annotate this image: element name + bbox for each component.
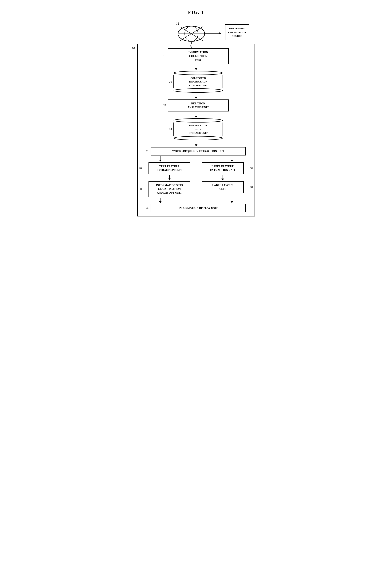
label-layout-box: LABEL LAYOUTUNIT xyxy=(202,181,244,193)
node-20-row: 20 COLLECTEDINFORMATIONSTORAGE UNIT xyxy=(169,71,223,93)
node-22-row: 22 RELATIONANALYSES UNIT xyxy=(163,99,229,112)
arrow-2 xyxy=(195,93,197,99)
relation-analyses-label: RELATIONANALYSES UNIT xyxy=(187,102,209,109)
label-24: 24 xyxy=(169,128,172,131)
multimedia-source-label: MULTIMEDIAINFORMATIONSOURCE xyxy=(228,27,246,37)
label-26: 26 xyxy=(146,149,149,153)
label-22: 22 xyxy=(163,104,166,107)
node-24-row: 24 INFORMATIONSETSSTORAGE UNIT xyxy=(169,118,223,140)
information-display-box: INFORMATION DISPLAY UNIT xyxy=(151,204,246,212)
node-36-row: 36 INFORMATION DISPLAY UNIT xyxy=(146,204,246,212)
arrow-4 xyxy=(195,141,197,146)
text-feature-box: TEXT FEATUREEXTRACTION UNIT xyxy=(149,162,190,174)
multimedia-connector xyxy=(204,31,221,36)
system-box: 10 18 INFORMATIONCOLLECTIONUNIT 20 xyxy=(137,44,255,216)
multimedia-source-box: MULTIMEDIAINFORMATIONSOURCE xyxy=(225,24,249,40)
svg-point-9 xyxy=(174,118,223,122)
info-sets-classification-label: INFORMATION SETSCLASSIFICATIONAND LAYOUT… xyxy=(156,184,183,194)
right-column: 32 LABEL FEATUREEXTRACTION UNIT 34 xyxy=(202,162,244,197)
flow-column: 18 INFORMATIONCOLLECTIONUNIT 20 xyxy=(143,48,249,212)
split-arrows-row xyxy=(149,155,244,162)
collected-storage-label: COLLECTEDINFORMATIONSTORAGE UNIT xyxy=(189,77,208,87)
left-column: 28 TEXT FEATUREEXTRACTION UNIT 30 xyxy=(149,162,190,197)
diagram: 12 xyxy=(137,21,255,216)
figure-title: FIG. 1 xyxy=(137,9,255,15)
information-collection-box: INFORMATIONCOLLECTIONUNIT xyxy=(168,48,229,64)
merge-arrows-row xyxy=(149,197,244,204)
page: FIG. 1 12 xyxy=(130,4,263,224)
arrow-1 xyxy=(195,65,197,70)
arrow-right-2 xyxy=(221,175,224,180)
information-display-label: INFORMATION DISPLAY UNIT xyxy=(179,206,218,209)
label-32: 32 xyxy=(250,167,253,170)
information-collection-label: INFORMATIONCOLLECTIONUNIT xyxy=(188,51,208,61)
node-32-wrap: 32 LABEL FEATUREEXTRACTION UNIT xyxy=(202,162,244,174)
node-30-wrap: 30 INFORMATION SETSCLASSIFICATIONAND LAY… xyxy=(149,181,190,197)
label-30: 30 xyxy=(139,187,142,191)
arrow-merge-right xyxy=(231,198,233,203)
cylinder-24: INFORMATIONSETSSTORAGE UNIT xyxy=(173,118,223,140)
svg-marker-6 xyxy=(219,32,221,34)
cylinder-20: COLLECTEDINFORMATIONSTORAGE UNIT xyxy=(173,71,223,93)
label-layout-label: LABEL LAYOUTUNIT xyxy=(212,184,233,191)
svg-point-8 xyxy=(174,88,223,92)
label-34: 34 xyxy=(250,186,253,189)
network-globe xyxy=(177,25,206,44)
label-feature-box: LABEL FEATUREEXTRACTION UNIT xyxy=(202,162,244,174)
info-sets-classification-box: INFORMATION SETSCLASSIFICATIONAND LAYOUT… xyxy=(149,181,190,197)
text-feature-label: TEXT FEATUREEXTRACTION UNIT xyxy=(157,165,182,172)
node-26-row: 26 WORD FREQUENCY EXTRACTION UNIT xyxy=(146,147,246,155)
node-18-row: 18 INFORMATIONCOLLECTIONUNIT xyxy=(163,48,229,64)
label-feature-label: LABEL FEATUREEXTRACTION UNIT xyxy=(210,165,235,172)
arrow-left xyxy=(159,156,162,162)
svg-point-7 xyxy=(174,71,223,75)
node-28-wrap: 28 TEXT FEATUREEXTRACTION UNIT xyxy=(149,162,190,174)
label-10: 10 xyxy=(132,47,135,50)
label-20: 20 xyxy=(169,80,172,84)
label-36: 36 xyxy=(146,206,149,210)
two-col-section: 28 TEXT FEATUREEXTRACTION UNIT 30 xyxy=(149,162,244,197)
word-frequency-box: WORD FREQUENCY EXTRACTION UNIT xyxy=(151,147,246,155)
info-sets-storage-label: INFORMATIONSETSSTORAGE UNIT xyxy=(189,124,208,134)
word-frequency-label: WORD FREQUENCY EXTRACTION UNIT xyxy=(172,150,224,153)
arrow-merge-left xyxy=(159,198,162,203)
relation-analyses-box: RELATIONANALYSES UNIT xyxy=(168,99,229,112)
node-34-wrap: 34 LABEL LAYOUTUNIT xyxy=(202,181,244,193)
label-18: 18 xyxy=(163,55,166,58)
top-area: 12 xyxy=(137,21,255,46)
arrow-left-2 xyxy=(168,175,171,180)
label-28: 28 xyxy=(139,167,142,170)
svg-point-10 xyxy=(174,136,223,140)
arrow-right xyxy=(231,156,233,162)
arrow-3 xyxy=(195,112,197,117)
